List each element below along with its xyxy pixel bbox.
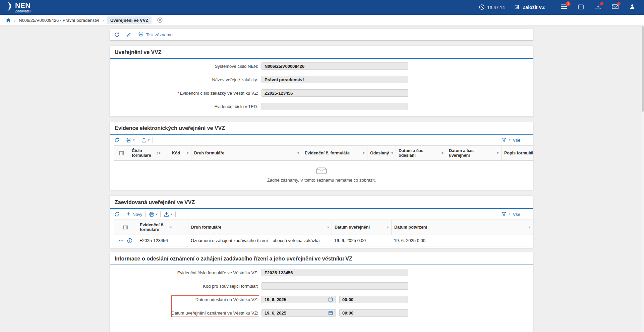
filter-caret-icon[interactable]: ▿: [509, 138, 511, 142]
edit-button[interactable]: [126, 32, 132, 38]
systemove-cislo-nen-field[interactable]: N006/25/V00008426: [261, 62, 408, 70]
separator: [123, 32, 123, 37]
calendar-icon[interactable]: [328, 311, 333, 315]
scrollbar-thumb[interactable]: [642, 26, 644, 112]
column-settings-button[interactable]: [114, 146, 129, 160]
export-button[interactable]: [164, 211, 169, 217]
export-button[interactable]: [141, 137, 147, 143]
nazev-verejne-zakazky-field[interactable]: Právní poradenství: [261, 76, 408, 83]
refresh-button[interactable]: [114, 32, 120, 38]
column-header-evidencni-c-formulare[interactable]: Evidenční č. formuláře ▿: [302, 146, 367, 160]
filter-caret-icon[interactable]: ▿: [361, 151, 364, 155]
cell-datum-potvrzeni: 19. 6. 2025 0:00: [391, 238, 533, 243]
evidence-grid-toolbar: ▾ ▾ ▿ Vše: [110, 135, 533, 145]
calendar-button[interactable]: [577, 4, 585, 11]
dropdown-caret-icon[interactable]: ▾: [171, 212, 172, 216]
filter-preset-all[interactable]: Vše: [513, 138, 520, 143]
breadcrumb-item-current[interactable]: Uveřejnění ve VVZ: [107, 16, 152, 24]
messages-badge: [617, 2, 621, 5]
messages-button[interactable]: [611, 4, 619, 11]
downloads-badge: [600, 2, 603, 5]
separator: [123, 211, 123, 217]
separator: [526, 137, 526, 143]
separator: [135, 32, 135, 37]
column-header-datum-uverejneni[interactable]: Datum uveřejnění ▿: [332, 220, 391, 235]
field-label: Systémové číslo NEN:: [115, 64, 258, 69]
column-header-popis-formulare[interactable]: Popis formuláře: [501, 146, 533, 160]
filter-caret-icon[interactable]: ▿: [326, 226, 329, 229]
column-settings-button[interactable]: [114, 220, 137, 235]
form-row: Evidenční číslo v TED:: [110, 100, 533, 113]
evidencni-cislo-ted-field[interactable]: [261, 103, 408, 110]
downloads-button[interactable]: [594, 4, 602, 11]
filter-caret-icon[interactable]: ▿: [527, 226, 530, 229]
section-uverejneni-vvz: Uveřejnění ve VVZ Systémové číslo NEN: N…: [110, 46, 533, 116]
print-button[interactable]: [149, 211, 155, 217]
filter-caret-icon[interactable]: ▿: [495, 151, 499, 155]
filter-caret-icon[interactable]: ▿: [386, 226, 389, 229]
form-row: *Evidenční číslo zakázky ve Věstníku VZ:…: [110, 86, 533, 100]
column-header-datum-cas-odeslani[interactable]: Datum a čas odeslání ▿: [396, 146, 446, 160]
create-vz-button[interactable]: Založit VZ: [514, 4, 545, 11]
filter-caret-icon[interactable]: ▿: [390, 151, 393, 155]
home-icon[interactable]: [5, 17, 11, 23]
nen-logo[interactable]: NEN Zadavatel: [5, 2, 31, 13]
filter-caret-icon[interactable]: ▿: [185, 151, 188, 155]
print-button[interactable]: [126, 137, 132, 143]
compose-icon: [514, 4, 520, 11]
column-header-datum-cas-uverejneni[interactable]: Datum a čas uveřejnění ▿: [446, 146, 501, 160]
cell-druh-formulare: Oznámení o zahájení zadávacího řízení – …: [188, 238, 332, 243]
row-actions-button[interactable]: ⋯: [118, 239, 124, 242]
column-header-druh-formulare[interactable]: Druh formuláře ▿: [188, 220, 332, 235]
filter-caret-icon[interactable]: ▿: [509, 212, 511, 216]
column-header-evidencni-c-formulare[interactable]: Evidenční č. formuláře ↑ ▿: [137, 220, 188, 235]
column-header-kod[interactable]: Kód ▿: [169, 146, 191, 160]
evidencni-cislo-vestnik-field[interactable]: Z2025-123456: [261, 89, 408, 97]
section-title: Zaevidovaná uveřejnění ve VVZ: [110, 196, 533, 209]
filter-icon[interactable]: [501, 211, 507, 217]
filter-caret-icon[interactable]: ▿: [170, 226, 172, 229]
refresh-button[interactable]: [114, 137, 120, 143]
menu-button[interactable]: 1: [560, 4, 568, 11]
close-icon[interactable]: [157, 17, 163, 23]
section-informace-odeslani: Informace o odeslání oznámení o zahájení…: [110, 252, 533, 332]
column-header-druh-formulare[interactable]: Druh formuláře ▿: [191, 146, 302, 160]
info-icon[interactable]: [127, 238, 132, 243]
field-label: Datum odeslání do Věstníku VZ:: [115, 297, 258, 302]
kod-souvisejici-formular-field[interactable]: [261, 282, 408, 290]
datum-odeslani-date-field[interactable]: 19. 6. 2025: [261, 296, 336, 303]
filter-icon[interactable]: [501, 137, 507, 143]
brand-name: NEN: [15, 2, 31, 9]
dropdown-caret-icon[interactable]: ▾: [148, 138, 150, 142]
refresh-button[interactable]: [114, 211, 120, 217]
filter-caret-icon[interactable]: ▿: [159, 151, 161, 155]
new-record-button[interactable]: Nový: [126, 211, 142, 217]
evidencni-cislo-formulare-field[interactable]: F2025-123456: [261, 269, 408, 276]
datum-uverejneni-time-field[interactable]: 00:00: [339, 309, 408, 317]
record-toolbar: Tisk záznamu: [110, 29, 533, 40]
datum-odeslani-time-field[interactable]: 00:00: [339, 296, 408, 303]
chevron-right-icon: ›: [102, 17, 104, 23]
section-evidence-vvz: Evidence elektronických uveřejnění ve VV…: [110, 122, 533, 190]
filter-caret-icon[interactable]: ▿: [296, 151, 299, 155]
datum-uverejneni-date-field[interactable]: 19. 6. 2025: [261, 309, 336, 317]
calendar-icon[interactable]: [328, 297, 333, 302]
separator: [123, 137, 123, 143]
profile-button[interactable]: [629, 4, 636, 11]
cell-datum-uverejneni: 19. 6. 2025 0:00: [332, 238, 391, 243]
dropdown-caret-icon[interactable]: ▾: [133, 138, 135, 142]
print-record-button[interactable]: Tisk záznamu: [138, 31, 173, 38]
separator: [526, 211, 526, 217]
filter-preset-all[interactable]: Vše: [513, 212, 520, 217]
table-row[interactable]: ⋯ F2025-123456 Oznámení o zahájení zadáv…: [114, 235, 533, 246]
vertical-scrollbar[interactable]: [641, 26, 644, 332]
person-icon: [629, 4, 635, 11]
column-header-cislo-formulare[interactable]: Číslo formuláře ↑ ▿: [129, 146, 169, 160]
column-header-datum-potvrzeni[interactable]: Datum potvrzení ▿: [391, 220, 533, 235]
breadcrumb-item-procurement[interactable]: N006/25/V00008426 - Právní poradenství: [19, 18, 99, 23]
field-label: *Evidenční číslo zakázky ve Věstníku VZ:: [115, 91, 258, 96]
column-header-odeslany[interactable]: Odeslaný ▿: [367, 146, 396, 160]
filter-caret-icon[interactable]: ▿: [440, 151, 443, 155]
field-label: Kód pro související formulář:: [115, 284, 258, 289]
dropdown-caret-icon[interactable]: ▾: [156, 212, 158, 216]
